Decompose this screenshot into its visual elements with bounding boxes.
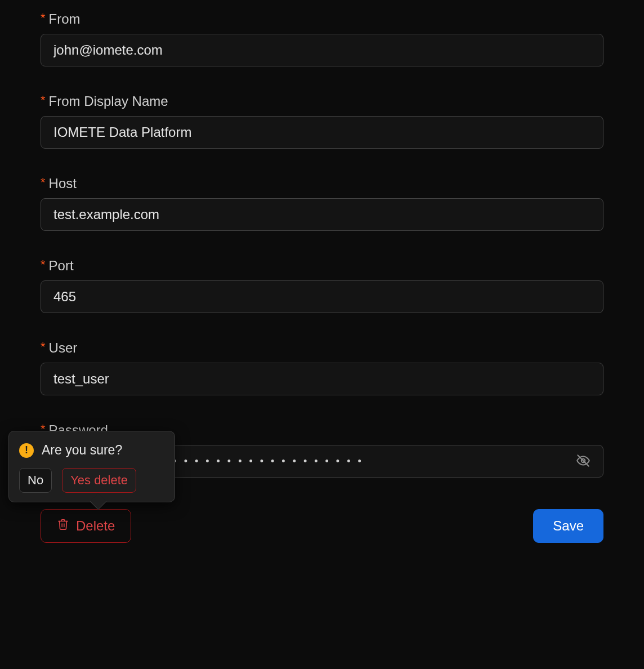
required-marker: * [41,94,46,106]
user-label-row: * User [41,340,603,356]
user-input[interactable] [41,363,603,395]
popover-header: ! Are you sure? [19,443,164,458]
toggle-password-visibility-button[interactable] [575,453,591,469]
from-label: From [49,11,80,27]
trash-icon [57,518,69,534]
field-from-display-name: * From Display Name [41,93,603,149]
user-label: User [49,340,78,356]
host-label-row: * Host [41,176,603,191]
field-user: * User [41,340,603,395]
port-label: Port [49,258,74,274]
host-input[interactable] [41,198,603,231]
host-label: Host [49,176,77,191]
delete-button-label: Delete [76,518,115,534]
field-port: * Port [41,258,603,313]
confirm-delete-popover: ! Are you sure? No Yes delete [8,431,175,502]
port-input[interactable] [41,280,603,313]
field-host: * Host [41,176,603,231]
port-label-row: * Port [41,258,603,274]
confirm-yes-delete-button[interactable]: Yes delete [62,468,136,493]
from-display-name-label-row: * From Display Name [41,93,603,109]
required-marker: * [41,258,46,271]
required-marker: * [41,341,46,353]
save-button-label: Save [553,518,584,534]
from-label-row: * From [41,11,603,27]
popover-title: Are you sure? [42,443,122,458]
warning-icon: ! [19,443,34,458]
from-input[interactable] [41,34,603,66]
popover-actions: No Yes delete [19,468,164,493]
form-footer: ! Are you sure? No Yes delete Delete [41,509,603,543]
confirm-no-button[interactable]: No [19,468,52,493]
from-display-name-label: From Display Name [49,93,168,109]
from-display-name-input[interactable] [41,116,603,149]
save-button[interactable]: Save [533,509,603,543]
eye-off-icon [576,453,591,470]
required-marker: * [41,12,46,24]
required-marker: * [41,176,46,189]
field-from: * From [41,11,603,66]
smtp-form: * From * From Display Name * Host * Port… [0,0,644,565]
delete-button[interactable]: Delete [41,509,131,543]
